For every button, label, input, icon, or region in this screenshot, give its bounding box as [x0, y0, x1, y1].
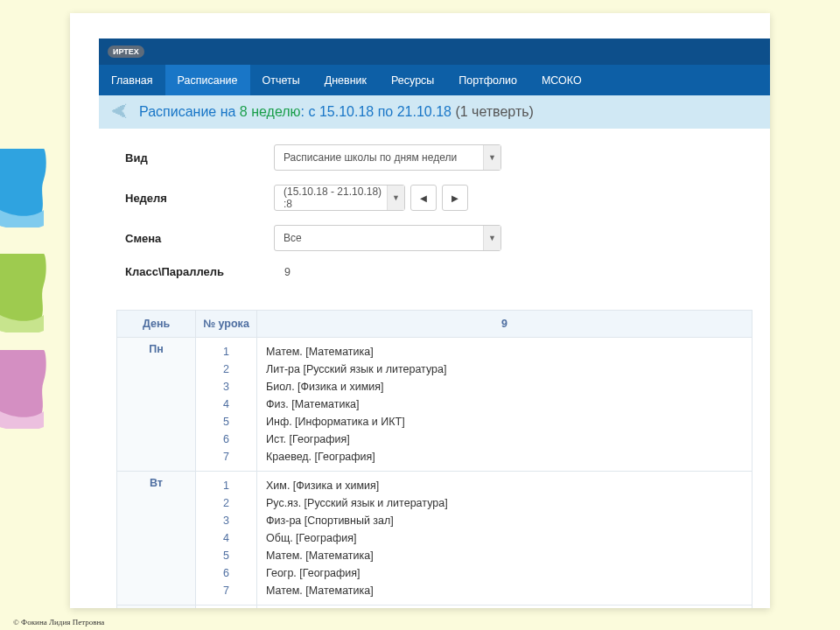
subheader-prefix: Расписание на [139, 104, 240, 119]
lesson-numbers: 1 [196, 606, 257, 609]
nav-item[interactable]: Дневник [312, 65, 379, 95]
nav-item[interactable]: Расписание [165, 65, 250, 95]
th-class: 9 [257, 311, 752, 338]
nav-item[interactable]: МСОКО [529, 65, 594, 95]
lesson-numbers: 1234567 [196, 338, 257, 472]
subjects-cell: Хим. [Физика и химия]Рус.яз. [Русский яз… [257, 472, 752, 606]
week-prev-button[interactable]: ◄ [410, 185, 437, 211]
subheader-quarter: (1 четверть) [455, 104, 533, 119]
day-cell: Пн [117, 338, 196, 472]
credit-text: © Фокина Лидия Петровна [13, 618, 104, 626]
subheader-bar: ⮜ Расписание на 8 неделю: с 15.10.18 по … [99, 95, 770, 129]
nav-item[interactable]: Главная [99, 65, 165, 95]
filter-shift-label: Смена [125, 232, 274, 245]
filter-view-value: Расписание школы по дням недели [284, 151, 457, 164]
arrow-left-icon: ◄ [418, 192, 430, 205]
filter-week-value: (15.10.18 - 21.10.18) :8 [284, 186, 383, 210]
filter-week-label: Неделя [125, 192, 274, 205]
filter-class-value: 9 [274, 266, 290, 278]
back-arrow-icon[interactable]: ⮜ [111, 103, 129, 121]
deco-ribbon-blue [0, 149, 48, 228]
nav-item[interactable]: Портфолио [446, 65, 529, 95]
nav-item[interactable]: Отчеты [250, 65, 312, 95]
main-nav: ГлавнаяРасписаниеОтчетыДневникРесурсыПор… [99, 65, 770, 95]
arrow-right-icon: ► [450, 192, 461, 205]
filter-view-label: Вид [125, 151, 274, 164]
subjects-cell: Матем. [Математика]Лит-ра [Русский язык … [257, 338, 752, 472]
app-window: ИРТЕХ ГлавнаяРасписаниеОтчетыДневникРесу… [70, 13, 770, 608]
chevron-down-icon: ▼ [483, 145, 500, 170]
titlebar: ИРТЕХ [99, 38, 770, 65]
filters-panel: Вид Расписание школы по дням недели ▼ Не… [99, 129, 770, 301]
filter-shift-select[interactable]: Все ▼ [274, 225, 501, 251]
subheader-range: с 15.10.18 по 21.10.18 [309, 104, 456, 119]
deco-ribbon-green [0, 254, 48, 332]
filter-shift-value: Все [284, 232, 302, 244]
deco-ribbon-pink [0, 350, 48, 429]
subheader-week: 8 неделю [240, 104, 301, 119]
filter-week-select[interactable]: (15.10.18 - 21.10.18) :8 ▼ [274, 185, 405, 211]
subjects-cell: Хим. [Физика и химия] [257, 606, 752, 609]
chevron-down-icon: ▼ [483, 226, 500, 250]
week-next-button[interactable]: ► [442, 185, 468, 211]
nav-item[interactable]: Ресурсы [379, 65, 446, 95]
filter-class-label: Класс\Параллель [125, 265, 274, 278]
day-cell: Вт [117, 472, 196, 606]
th-lesson-no: № урока [196, 311, 257, 338]
brand-logo: ИРТЕХ [108, 46, 144, 58]
filter-view-select[interactable]: Расписание школы по дням недели ▼ [274, 144, 501, 171]
th-day: День [117, 311, 196, 338]
subheader-sep: : [301, 104, 309, 119]
schedule-table: День № урока 9 Пн1234567Матем. [Математи… [116, 310, 752, 608]
chevron-down-icon: ▼ [387, 186, 404, 210]
lesson-numbers: 1234567 [196, 472, 257, 606]
day-cell: Ср [117, 606, 196, 609]
